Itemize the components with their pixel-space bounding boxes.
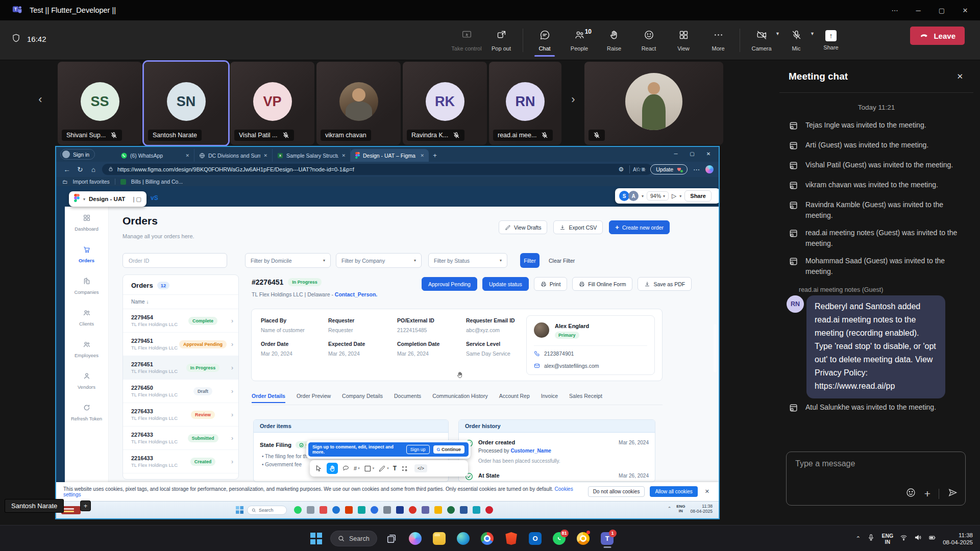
pinned-app-icon[interactable] xyxy=(473,506,480,514)
select-tool[interactable] xyxy=(315,465,323,472)
tab-documents[interactable]: Documents xyxy=(394,393,421,403)
people-button[interactable]: People10 xyxy=(562,24,597,57)
close-icon[interactable]: ✕ xyxy=(953,0,977,20)
sidebar-item-vendors[interactable]: Vendors xyxy=(65,365,108,396)
participant-tile[interactable]: SNSantosh Narate xyxy=(144,62,228,145)
sidebar-item-refresh-token[interactable]: Refresh Token xyxy=(65,396,108,428)
order-row[interactable]: 2216433TL Flex Holdings LLCCreated› xyxy=(123,450,238,473)
participant-tile[interactable]: vikram chavan xyxy=(316,62,401,145)
pinned-app-icon[interactable] xyxy=(422,506,429,514)
dev-mode-tool[interactable]: </> xyxy=(414,464,427,472)
order-row[interactable]: 2276451TL Flex Holdings LLCIn Progress› xyxy=(123,356,238,380)
language-indicator[interactable]: ENGIN xyxy=(881,533,893,545)
sidebar-item-orders[interactable]: Orders xyxy=(65,238,108,270)
home-icon[interactable]: ⌂ xyxy=(87,166,100,173)
figma-share-button[interactable]: Share xyxy=(684,190,712,202)
shape-tool[interactable]: ▾ xyxy=(364,465,375,472)
chevron-down-icon[interactable]: ▾ xyxy=(679,194,681,198)
sidebar-item-clients[interactable]: Clients xyxy=(65,302,108,333)
outlook-taskbar-icon[interactable]: O xyxy=(526,529,545,549)
collaborator-avatar[interactable]: S xyxy=(619,191,629,201)
allow-cookies-button[interactable]: Allow all cookies xyxy=(650,486,697,497)
print-button[interactable]: Print xyxy=(534,277,568,291)
participant-tile[interactable]: RNread.ai mee... xyxy=(489,62,561,145)
bookmark-bills[interactable]: Bills | Billing and Co... xyxy=(131,179,183,185)
task-view-button[interactable] xyxy=(382,529,401,549)
order-row[interactable]: 2276433TL Flex Holdings LLCReview› xyxy=(123,403,238,427)
emoji-icon[interactable] xyxy=(905,487,916,500)
refresh-icon[interactable]: ↻ xyxy=(74,165,87,173)
tab-close-icon[interactable]: ✕ xyxy=(185,153,189,158)
sidebar-item-dashboard[interactable]: Dashboard xyxy=(65,207,108,238)
orders-sort-header[interactable]: Name ↓ xyxy=(123,295,238,309)
inner-tray-chevron-icon[interactable]: ⌃ xyxy=(668,506,672,511)
pinned-app-icon[interactable] xyxy=(332,506,340,514)
inner-clock[interactable]: 11:3808-04-2025 xyxy=(691,504,713,514)
collaborator-avatar[interactable]: A xyxy=(628,191,639,201)
react-button[interactable]: React xyxy=(631,24,666,57)
figma-doc-pill[interactable]: ▾ Design - UAT ❘▢ xyxy=(69,191,146,207)
update-status-button[interactable]: Update status xyxy=(482,277,529,291)
hand-tool[interactable] xyxy=(327,463,338,474)
more-button[interactable]: More xyxy=(701,24,736,57)
participant-tile[interactable]: VPVishal Patil ... xyxy=(230,62,314,145)
resources-tool[interactable] xyxy=(401,465,408,472)
lasso-tool[interactable] xyxy=(342,465,350,472)
browser-maximize-icon[interactable]: ▢ xyxy=(684,147,700,160)
browser-menu-icon[interactable]: ⋯ xyxy=(693,166,700,173)
minimize-icon[interactable]: ─ xyxy=(906,0,930,20)
order-id-input[interactable]: Order ID xyxy=(122,253,227,268)
message-composer[interactable]: Type a message + xyxy=(786,452,966,506)
browser-tab[interactable]: XSample Salary Structure with calc✕ xyxy=(273,149,351,162)
save-as-pdf-button[interactable]: Save as PDF xyxy=(638,277,692,291)
pinned-app-icon[interactable] xyxy=(371,506,378,514)
tiles-prev-icon[interactable]: ‹ xyxy=(34,93,47,106)
browser-tab[interactable]: DC Divisions and Surroundings✕ xyxy=(194,149,273,162)
teams-taskbar-icon[interactable]: T1 xyxy=(598,529,617,549)
view-button[interactable]: View xyxy=(666,24,701,57)
pinned-app-icon[interactable] xyxy=(307,506,314,514)
edge-taskbar-icon[interactable] xyxy=(454,529,473,549)
present-play-icon[interactable]: ▷ xyxy=(672,192,676,199)
address-bar[interactable]: https://www.figma.com/design/9BKQ0FOHRWa… xyxy=(102,164,652,175)
favorites-list-icon[interactable]: ☆≡ xyxy=(635,166,645,173)
tab-company-details[interactable]: Company Details xyxy=(342,393,383,403)
customer-name-link[interactable]: Customer_Name xyxy=(510,448,551,454)
maximize-icon[interactable]: ▢ xyxy=(930,0,953,20)
inner-search-box[interactable]: Search xyxy=(247,506,287,515)
tab-invoice[interactable]: Invoice xyxy=(541,393,558,403)
tab-close-icon[interactable]: ✕ xyxy=(341,153,346,158)
layout-panel-icon[interactable]: ❘▢ xyxy=(131,196,141,203)
participant-tile[interactable] xyxy=(584,62,723,145)
frame-tool[interactable]: #▾ xyxy=(354,465,360,471)
tab-order-preview[interactable]: Order Preview xyxy=(297,393,331,403)
browser-minimize-icon[interactable]: ─ xyxy=(668,147,684,160)
cookie-close-icon[interactable]: ✕ xyxy=(703,488,712,495)
presenter-add-icon[interactable]: + xyxy=(81,501,90,511)
figma-signup-button[interactable]: Sign up xyxy=(406,445,430,454)
pinned-app-icon[interactable] xyxy=(460,506,468,514)
pop-out-button[interactable]: Pop out xyxy=(484,24,519,57)
brave-taskbar-icon[interactable] xyxy=(502,529,521,549)
pinned-app-icon[interactable] xyxy=(320,506,327,514)
order-row[interactable]: 2276450TL Flex Holdings LLCDraft› xyxy=(123,380,238,403)
back-icon[interactable]: ← xyxy=(60,166,74,173)
bookmark-import-favorites[interactable]: Import favorites xyxy=(73,179,110,185)
participant-tile[interactable]: SSShivani Sup... xyxy=(58,62,142,145)
export-csv-button[interactable]: Export CSV xyxy=(553,220,603,234)
filter-apply-button[interactable]: Filter xyxy=(520,253,540,268)
participant-tile[interactable]: RKRavindra K... xyxy=(403,62,487,145)
filter-dropdown[interactable]: Filter by Company▾ xyxy=(336,253,422,268)
pinned-app-icon[interactable] xyxy=(358,506,365,514)
order-row[interactable]: 2276433TL Flex Holdings LLCSubmitted› xyxy=(123,427,238,450)
view-drafts-button[interactable]: View Drafts xyxy=(499,220,548,234)
pen-tool[interactable]: ▾ xyxy=(378,465,389,472)
tab-close-icon[interactable]: ✕ xyxy=(420,153,424,158)
tab-sales-receipt[interactable]: Sales Receipt xyxy=(569,393,602,403)
start-button[interactable] xyxy=(306,529,326,549)
canvas-scrollbar[interactable] xyxy=(714,324,717,372)
order-row[interactable]: 2279454TL Flex Holdings LLCComplete› xyxy=(123,309,238,333)
extensions-icon[interactable]: ⚙ xyxy=(619,166,624,173)
chrome-taskbar-icon[interactable] xyxy=(478,529,497,549)
taskbar-clock[interactable]: 11:3808-04-2025 xyxy=(943,532,973,546)
